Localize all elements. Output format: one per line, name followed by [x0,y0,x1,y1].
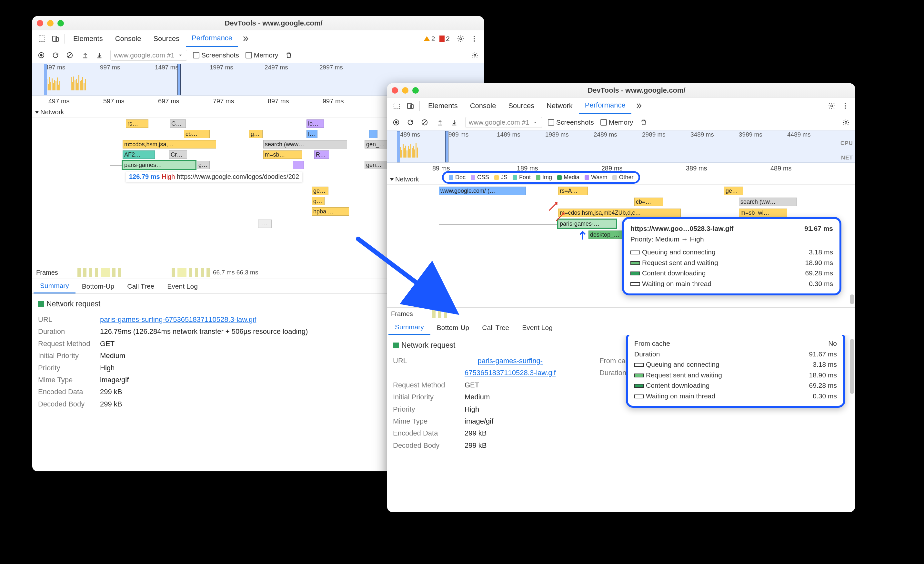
warnings-badge[interactable]: 2 [424,35,435,43]
inspect-icon[interactable] [36,32,48,45]
download-button[interactable] [448,116,461,129]
request-bar[interactable] [293,161,304,169]
request-bar[interactable]: m=sb… [263,150,302,159]
request-bar[interactable]: rs… [126,119,148,128]
request-bar[interactable]: m=cdos,hsm,jsa,… [123,140,216,149]
request-bar-selected[interactable]: paris-games… [123,161,195,169]
recording-combo[interactable]: www.google.com #1 [110,50,187,61]
reload-record-button[interactable] [49,49,62,62]
tab-console[interactable]: Console [464,98,502,114]
minimize-icon[interactable] [402,87,408,93]
settings-icon[interactable] [454,32,467,45]
request-bar[interactable]: g… [249,130,262,138]
tab-elements[interactable]: Elements [422,98,464,114]
memory-checkbox[interactable]: Memory [246,51,278,59]
settings-icon[interactable] [825,99,838,112]
close-icon[interactable] [37,20,43,27]
scrollbar-thumb[interactable] [850,295,854,304]
screenshots-checkbox[interactable]: Screenshots [193,51,239,59]
request-bar-selected[interactable]: paris-games-… [558,220,616,228]
details-tab-eventlog[interactable]: Event Log [516,320,559,335]
kebab-icon[interactable] [468,32,481,45]
zoom-icon[interactable] [57,20,64,27]
details-tab-summary[interactable]: Summary [33,279,75,293]
perf-settings-icon[interactable] [840,116,852,129]
request-bar[interactable]: ge… [724,186,743,195]
titlebar[interactable]: DevTools - www.google.com/ [32,16,484,30]
perf-settings-icon[interactable] [468,49,482,62]
request-bar[interactable]: cb… [184,130,210,138]
kebab-icon[interactable] [839,99,852,112]
clear-button[interactable] [418,116,431,129]
record-button[interactable] [35,49,48,62]
tab-sources[interactable]: Sources [147,30,185,47]
request-bar[interactable]: ge… [312,186,328,195]
issues-badge[interactable]: 2 [440,35,450,43]
main-tabbar: Elements Console Sources Performance 2 2 [32,30,484,47]
memory-checkbox[interactable]: Memory [600,119,633,126]
request-bar[interactable]: lo… [306,119,324,128]
overview-right-handle[interactable] [445,131,448,162]
request-bar[interactable]: www.google.com/ (… [439,186,526,195]
request-bar[interactable]: gen_… [364,140,390,149]
overview-left-handle[interactable] [44,64,47,95]
details-tab-bottomup[interactable]: Bottom-Up [430,320,476,335]
request-bar[interactable]: g… [197,161,210,169]
minimize-icon[interactable] [47,20,54,27]
tab-console[interactable]: Console [110,30,147,47]
request-bar[interactable]: m=sb_wi… [739,209,787,217]
overview-timeline[interactable]: 489 ms989 ms1489 ms1989 ms2489 ms2989 ms… [387,131,855,163]
gc-button[interactable] [637,116,650,129]
scrollbar-thumb[interactable] [850,339,854,394]
reload-record-button[interactable] [404,116,417,129]
request-bar[interactable]: cb=… [634,198,663,206]
request-bar[interactable]: AF2… [123,150,155,159]
details-tab-bottomup[interactable]: Bottom-Up [75,279,121,293]
more-tabs-icon[interactable] [239,32,252,45]
request-bar[interactable]: m=cdos,hsm,jsa,mb4ZUb,d,c… [558,209,681,217]
device-toolbar-icon[interactable] [49,32,62,45]
request-url-link[interactable]: paris-games-surfing-6753651837110528.3-l… [465,355,556,379]
details-tab-summary[interactable]: Summary [388,320,430,335]
close-icon[interactable] [392,87,398,93]
gc-button[interactable] [282,49,295,62]
request-bar[interactable]: Cr… [169,150,187,159]
clear-button[interactable] [63,49,76,62]
request-bar[interactable]: hpba … [312,207,349,216]
tab-network[interactable]: Network [541,98,579,114]
request-bar[interactable]: g… [312,197,324,205]
request-bar[interactable]: l… [306,130,318,138]
request-bar[interactable]: G… [170,119,186,128]
overview-right-handle[interactable] [177,64,181,95]
request-bar[interactable]: R… [314,150,329,159]
request-url-link[interactable]: paris-games-surfing-6753651837110528.3-l… [100,313,256,325]
more-tabs-icon[interactable] [632,99,645,112]
inspect-icon[interactable] [390,99,403,112]
download-button[interactable] [93,49,106,62]
request-bar[interactable]: gen… [364,161,388,169]
tab-performance[interactable]: Performance [186,30,238,47]
tab-performance[interactable]: Performance [579,98,632,114]
request-bar[interactable]: search (www… [263,140,347,149]
titlebar[interactable]: DevTools - www.google.com/ [387,83,855,98]
tab-elements[interactable]: Elements [68,30,109,47]
request-bar[interactable]: rs=A… [558,186,588,195]
details-tab-calltree[interactable]: Call Tree [476,320,516,335]
details-tab-eventlog[interactable]: Event Log [160,279,204,293]
zoom-icon[interactable] [412,87,419,93]
screenshots-checkbox[interactable]: Screenshots [548,119,594,126]
details-tab-calltree[interactable]: Call Tree [121,279,160,293]
traffic-lights[interactable] [37,20,64,27]
device-toolbar-icon[interactable] [404,99,417,112]
upload-button[interactable] [79,49,92,62]
request-bar[interactable] [369,130,378,138]
request-timing-tooltip: https://www.goo…0528.3-law.gif91.67 ms P… [622,217,842,295]
request-bar[interactable]: search (ww… [739,198,797,206]
recording-combo[interactable]: www.google.com #1 [465,117,542,128]
traffic-lights[interactable] [392,87,419,93]
more-rows[interactable]: ⋯ [258,220,272,228]
record-button[interactable] [390,116,403,129]
tab-sources[interactable]: Sources [502,98,540,114]
overview-left-handle[interactable] [397,131,400,162]
upload-button[interactable] [434,116,447,129]
